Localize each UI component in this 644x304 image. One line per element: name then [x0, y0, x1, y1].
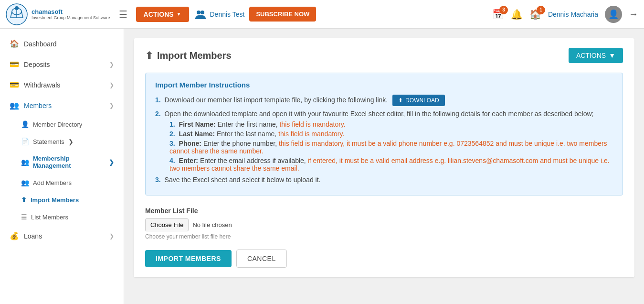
- sidebar-item-member-directory[interactable]: 👤 Member Directory: [0, 116, 124, 133]
- withdrawals-icon: 💳: [10, 80, 19, 89]
- svg-point-7: [197, 11, 201, 14]
- statements-arrow-icon: ❯: [68, 138, 74, 145]
- avatar[interactable]: 👤: [605, 6, 622, 23]
- upload-icon: ⬆: [145, 50, 153, 61]
- sidebar-item-list-members[interactable]: ☰ List Members: [0, 208, 124, 226]
- content-card: ⬆ Import Members ACTIONS ▼ Import Member…: [134, 38, 634, 277]
- sidebar-item-loans[interactable]: 💰 Loans ❯: [0, 226, 124, 246]
- import-button[interactable]: IMPORT MEMBERS: [145, 250, 232, 267]
- instruction-step-3: 3. Save the Excel sheet and select it be…: [155, 176, 613, 184]
- card-actions-arrow-icon: ▼: [609, 52, 615, 59]
- membership-management-icon: 👥: [21, 158, 29, 166]
- sidebar-item-deposits[interactable]: 💳 Deposits ❯: [0, 54, 124, 75]
- page-title: ⬆ Import Members: [145, 50, 232, 61]
- sidebar-label-loans: Loans: [24, 232, 42, 240]
- sidebar-label-withdrawals: Withdrawals: [24, 81, 60, 89]
- group-area[interactable]: Dennis Test: [194, 8, 245, 21]
- sub-instructions-list: 1. First Name: Enter the first name, thi…: [155, 120, 613, 172]
- sidebar-item-membership-management[interactable]: 👥 Membership Management ❯: [0, 150, 124, 174]
- file-hint: Choose your member list file here: [145, 233, 623, 240]
- choose-file-button[interactable]: Choose File: [145, 218, 189, 231]
- group-name: Dennis Test: [210, 11, 245, 18]
- main-content: ⬆ Import Members ACTIONS ▼ Import Member…: [124, 29, 644, 304]
- messages-badge-count: 1: [537, 6, 545, 14]
- sidebar-label-member-directory: Member Directory: [33, 121, 82, 128]
- hamburger-icon[interactable]: ☰: [119, 9, 127, 20]
- no-file-text: No file chosen: [192, 221, 232, 228]
- file-label: Member List File: [145, 207, 623, 215]
- sub-instruction-1: 1. First Name: Enter the first name, thi…: [169, 120, 613, 128]
- deposits-icon: 💳: [10, 60, 19, 69]
- main-layout: 🏠 Dashboard 💳 Deposits ❯ 💳 Withdrawals ❯…: [0, 29, 644, 304]
- sidebar-label-statements: Statements: [33, 138, 64, 145]
- members-icon: 👥: [10, 101, 19, 110]
- sidebar-label-add-members: Add Members: [33, 179, 72, 186]
- membership-management-arrow-icon: ❯: [109, 159, 114, 166]
- file-section: Member List File Choose File No file cho…: [145, 207, 623, 240]
- action-buttons: IMPORT MEMBERS CANCEL: [145, 250, 623, 268]
- download-button[interactable]: ⬆ DOWNLOAD: [392, 95, 445, 106]
- nav-right: 📅 3 🔔 🏠 1 Dennis Macharia 👤 →: [492, 6, 638, 23]
- sidebar-label-import-members: Import Members: [31, 196, 79, 204]
- instructions-box: Import Member Instructions 1. Download o…: [145, 73, 623, 195]
- instruction-step-1: 1. Download our member list import templ…: [155, 95, 613, 106]
- sidebar-item-members[interactable]: 👥 Members ❯: [0, 95, 124, 116]
- instruction-step-2: 2. Open the downloaded template and open…: [155, 110, 613, 172]
- svg-point-8: [201, 11, 204, 14]
- card-header: ⬆ Import Members ACTIONS ▼: [145, 48, 623, 63]
- deposits-arrow-icon: ❯: [109, 61, 114, 68]
- list-members-icon: ☰: [21, 213, 27, 221]
- sub-instruction-2: 2. Last Name: Enter the last name, this …: [169, 130, 613, 138]
- import-members-icon: ⬆: [21, 196, 27, 204]
- logo-icon: [6, 3, 28, 25]
- sidebar-item-import-members[interactable]: ⬆ Import Members: [0, 191, 124, 208]
- file-input-row: Choose File No file chosen: [145, 218, 623, 231]
- topnav: chamasoft Investment Group Management So…: [0, 0, 644, 29]
- members-arrow-icon: ❯: [109, 102, 114, 109]
- logout-icon[interactable]: →: [629, 9, 638, 20]
- group-icon: [194, 8, 207, 21]
- sub-instruction-3: 3. Phone: Enter the phone number, this f…: [169, 140, 613, 155]
- logo-text: chamasoft: [32, 8, 110, 16]
- subscribe-button[interactable]: SUBSCRIBE NOW: [249, 7, 316, 22]
- instructions-title: Import Member Instructions: [155, 81, 613, 89]
- sidebar-label-deposits: Deposits: [24, 61, 50, 68]
- card-actions-button[interactable]: ACTIONS ▼: [569, 48, 623, 63]
- add-members-icon: 👥: [21, 179, 29, 186]
- notification-badge[interactable]: 🔔: [511, 9, 523, 20]
- calendar-badge[interactable]: 📅 3: [492, 9, 504, 20]
- dashboard-icon: 🏠: [10, 39, 19, 48]
- svg-point-5: [15, 6, 19, 10]
- sidebar-label-members: Members: [24, 102, 52, 109]
- sidebar-label-membership-management: Membership Management: [33, 155, 105, 169]
- statements-icon: 📄: [21, 138, 29, 145]
- sidebar-item-add-members[interactable]: 👥 Add Members: [0, 174, 124, 191]
- sidebar-item-statements[interactable]: 📄 Statements ❯: [0, 133, 124, 150]
- cancel-button[interactable]: CANCEL: [236, 250, 287, 268]
- sidebar-label-dashboard: Dashboard: [24, 40, 57, 48]
- loans-arrow-icon: ❯: [109, 233, 114, 239]
- logo-area: chamasoft Investment Group Management So…: [6, 3, 110, 25]
- sidebar-label-list-members: List Members: [31, 214, 68, 221]
- bell-icon: 🔔: [511, 9, 523, 20]
- withdrawals-arrow-icon: ❯: [109, 82, 114, 88]
- sidebar-item-dashboard[interactable]: 🏠 Dashboard: [0, 33, 124, 54]
- actions-arrow-icon: ▼: [177, 11, 181, 17]
- topnav-actions-button[interactable]: ACTIONS ▼: [136, 7, 189, 22]
- sidebar-item-withdrawals[interactable]: 💳 Withdrawals ❯: [0, 75, 124, 95]
- logo-subtext: Investment Group Management Software: [32, 15, 110, 20]
- instructions-list: 1. Download our member list import templ…: [155, 95, 613, 184]
- user-name[interactable]: Dennis Macharia: [548, 11, 598, 18]
- sub-instruction-4: 4. Enter: Enter the email address if ava…: [169, 157, 613, 172]
- loans-icon: 💰: [10, 231, 19, 240]
- member-directory-icon: 👤: [21, 120, 29, 128]
- messages-badge[interactable]: 🏠 1: [529, 9, 541, 20]
- sidebar: 🏠 Dashboard 💳 Deposits ❯ 💳 Withdrawals ❯…: [0, 29, 124, 304]
- calendar-badge-count: 3: [499, 6, 508, 14]
